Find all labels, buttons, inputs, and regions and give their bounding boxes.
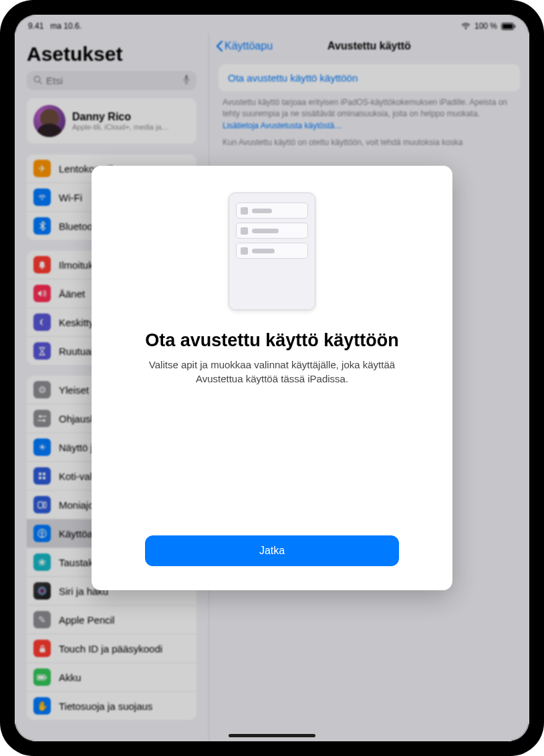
modal-title: Ota avustettu käyttö käyttöön bbox=[145, 330, 399, 351]
continue-label: Jatka bbox=[259, 545, 285, 556]
modal-description: Valitse apit ja muokkaa valinnat käyttäj… bbox=[145, 358, 399, 386]
setup-modal: Ota avustettu käyttö käyttöön Valitse ap… bbox=[92, 166, 452, 590]
ipad-device-frame: 9.41 ma 10.6. 100 % Asetukset bbox=[0, 0, 544, 756]
modal-illustration bbox=[229, 193, 315, 310]
home-indicator[interactable] bbox=[229, 734, 315, 737]
modal-overlay: Ota avustettu käyttö käyttöön Valitse ap… bbox=[15, 15, 529, 741]
screen: 9.41 ma 10.6. 100 % Asetukset bbox=[15, 15, 529, 741]
continue-button[interactable]: Jatka bbox=[145, 535, 399, 566]
